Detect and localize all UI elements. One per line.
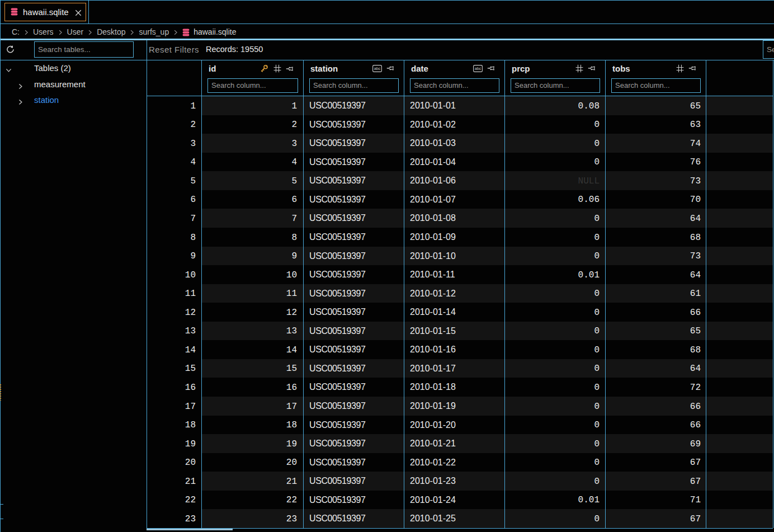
svg-text:abc: abc [374, 66, 381, 71]
svg-text:abc: abc [475, 66, 482, 71]
